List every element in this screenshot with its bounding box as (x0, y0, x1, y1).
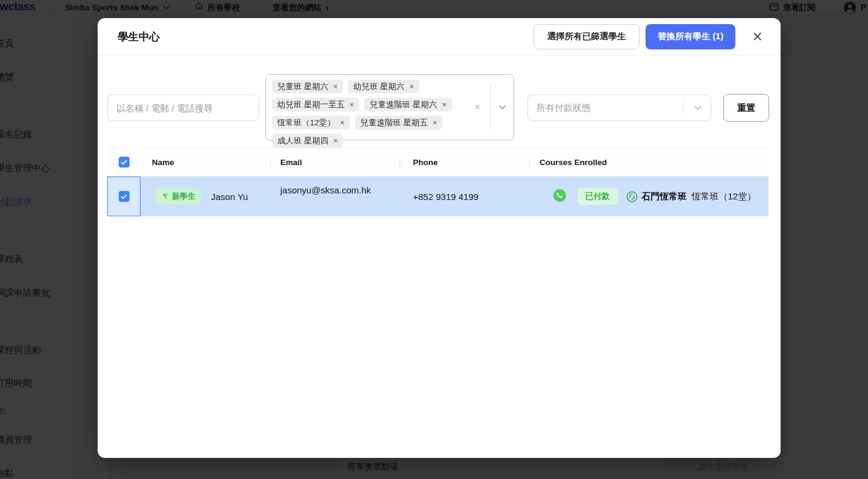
modal-header: 學生中心 選擇所有已篩選學生 替換所有學生 (1) (98, 18, 781, 55)
reset-button[interactable]: 重置 (723, 94, 769, 122)
column-header-email[interactable]: Email (270, 158, 400, 167)
remove-tag-icon[interactable]: × (333, 137, 338, 145)
header-divider (400, 157, 400, 168)
row-checkbox[interactable] (119, 191, 130, 202)
recurring-payment-icon (626, 191, 638, 202)
select-divider (683, 102, 684, 114)
email-cell: jasonyu@sksa.com.hk (270, 177, 400, 216)
select-all-checkbox[interactable] (119, 157, 130, 167)
new-student-badge: 新學生 (156, 189, 201, 204)
column-header-courses[interactable]: Courses Enrolled (529, 158, 769, 167)
course-filter-multiselect[interactable]: 兒童班 星期六× 幼兒班 星期六× 幼兒班 星期一至五× 兒童進階班 星期六× … (265, 74, 514, 140)
payment-status-placeholder: 所有付款狀態 (536, 102, 591, 114)
remove-tag-icon[interactable]: × (409, 83, 414, 90)
name-cell: 新學生 Jason Yu (140, 177, 270, 216)
row-checkbox-cell (107, 177, 140, 216)
chevron-down-icon[interactable] (498, 105, 506, 110)
column-header-name[interactable]: Name (140, 158, 270, 167)
students-table: Name Email Phone Courses Enrolled (107, 148, 769, 216)
course-tag: 兒童班 星期六× (272, 80, 343, 93)
table-header: Name Email Phone Courses Enrolled (107, 148, 769, 177)
course-filter-tags: 兒童班 星期六× 幼兒班 星期六× 幼兒班 星期一至五× 兒童進階班 星期六× … (272, 80, 473, 148)
replace-all-students-button[interactable]: 替換所有學生 (1) (646, 24, 735, 49)
remove-tag-icon[interactable]: × (350, 101, 354, 108)
remove-tag-icon[interactable]: × (333, 83, 338, 90)
column-header-phone[interactable]: Phone (400, 158, 529, 167)
paid-badge: 已付款 (577, 188, 618, 205)
select-all-checkbox-cell (107, 157, 140, 167)
course-tag: 恆常班（12堂）× (272, 116, 350, 130)
sprout-icon (162, 192, 169, 201)
multiselect-divider (490, 85, 491, 130)
select-all-filtered-button[interactable]: 選擇所有已篩選學生 (533, 24, 640, 49)
courses-cell: 已付款 石門恆常班 恆常班（12堂） (529, 177, 769, 216)
phone-cell: +852 9319 4199 (400, 177, 529, 216)
remove-tag-icon[interactable]: × (442, 101, 447, 108)
course-tag: 兒童進階班 星期六× (364, 98, 451, 111)
table-row[interactable]: 新學生 Jason Yu jasonyu@sksa.com.hk +852 93… (107, 177, 769, 216)
remove-tag-icon[interactable]: × (432, 119, 437, 127)
modal-header-actions: 選擇所有已篩選學生 替換所有學生 (1) (533, 24, 765, 49)
clear-all-tags-icon[interactable]: × (474, 101, 480, 113)
search-input[interactable] (107, 95, 259, 121)
payment-status-select[interactable]: 所有付款狀態 (527, 95, 711, 121)
course-detail: 恆常班（12堂） (692, 191, 756, 202)
course-tag: 兒童進階班 星期五× (355, 116, 442, 130)
course-name: 石門恆常班 (642, 191, 687, 202)
whatsapp-icon[interactable] (553, 189, 567, 205)
remove-tag-icon[interactable]: × (340, 119, 345, 127)
header-divider (270, 157, 271, 168)
course-tag: 成人班 星期四× (272, 134, 343, 148)
student-name: Jason Yu (211, 192, 248, 202)
course-tag: 幼兒班 星期一至五× (272, 98, 359, 111)
modal-title: 學生中心 (118, 30, 160, 44)
header-divider (529, 157, 530, 168)
close-icon[interactable] (749, 29, 765, 45)
screen: Growclass Simba Sports Shek Mun 所有學校 查看您… (0, 0, 868, 479)
course-tag: 幼兒班 星期六× (348, 80, 419, 93)
chevron-down-icon (694, 105, 702, 110)
student-center-modal: 學生中心 選擇所有已篩選學生 替換所有學生 (1) 兒童班 星期六× 幼兒班 星… (98, 18, 781, 458)
